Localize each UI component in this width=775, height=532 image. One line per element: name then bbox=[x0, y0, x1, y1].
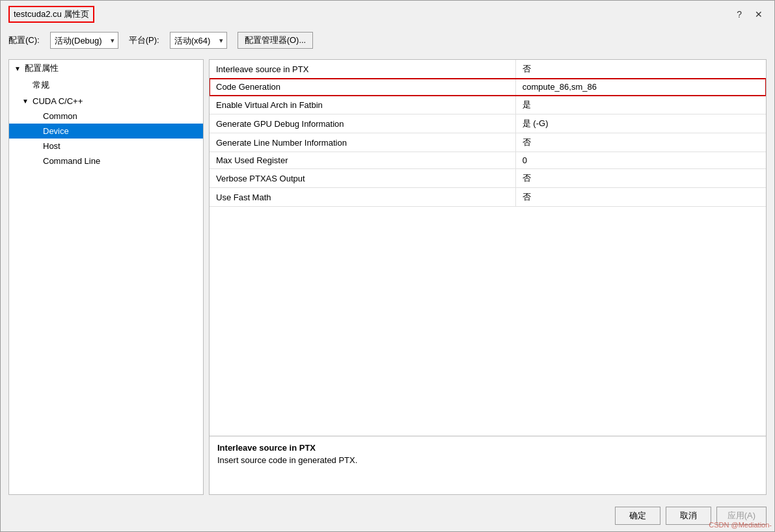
prop-value-fast-math: 否 bbox=[515, 188, 766, 207]
platform-label: 平台(P): bbox=[129, 34, 159, 46]
tree-panel: ▼配置属性常规▼CUDA C/C++CommonDeviceHostComman… bbox=[8, 59, 204, 495]
prop-name-max-register: Max Used Register bbox=[210, 152, 515, 169]
prop-name-verbose-ptxas: Verbose PTXAS Output bbox=[210, 169, 515, 188]
desc-title: Interleave source in PTX bbox=[217, 443, 758, 453]
title-bar-right: ? ✕ bbox=[733, 8, 767, 21]
props-table: Interleave source in PTX否Code Generation… bbox=[210, 60, 766, 207]
tree-item-config-props[interactable]: ▼配置属性 bbox=[9, 60, 203, 77]
title-bar-left: testcuda2.cu 属性页 bbox=[8, 6, 94, 23]
prop-name-fast-math: Use Fast Math bbox=[210, 188, 515, 207]
tree-item-host[interactable]: Host bbox=[9, 139, 203, 153]
prop-name-code-generation: Code Generation bbox=[210, 79, 515, 96]
platform-select[interactable]: 活动(x64) bbox=[170, 32, 227, 49]
prop-row-max-register[interactable]: Max Used Register0 bbox=[210, 152, 766, 169]
desc-text: Insert source code in generated PTX. bbox=[217, 455, 758, 465]
prop-name-gpu-debug: Generate GPU Debug Information bbox=[210, 114, 515, 133]
prop-value-enable-virtual-arch: 是 bbox=[515, 96, 766, 114]
bottom-bar: 确定 取消 应用(A) bbox=[1, 500, 774, 531]
prop-row-fast-math[interactable]: Use Fast Math否 bbox=[210, 188, 766, 207]
tree-item-common[interactable]: Common bbox=[9, 109, 203, 124]
config-select-wrapper[interactable]: 活动(Debug) bbox=[50, 32, 118, 49]
watermark: CSDN @Mediation- bbox=[709, 521, 772, 529]
prop-name-interleave-ptx: Interleave source in PTX bbox=[210, 60, 515, 79]
tree-item-device[interactable]: Device bbox=[9, 124, 203, 139]
tree-item-label-common-rules: 常规 bbox=[33, 79, 49, 91]
tree-expander-cuda-cpp: ▼ bbox=[22, 98, 30, 105]
prop-value-code-generation: compute_86,sm_86 bbox=[515, 79, 766, 96]
config-label: 配置(C): bbox=[8, 34, 40, 46]
prop-row-enable-virtual-arch[interactable]: Enable Virtual Arch in Fatbin是 bbox=[210, 96, 766, 114]
prop-row-line-number[interactable]: Generate Line Number Information否 bbox=[210, 133, 766, 152]
main-area: ▼配置属性常规▼CUDA C/C++CommonDeviceHostComman… bbox=[1, 54, 774, 500]
config-select[interactable]: 活动(Debug) bbox=[50, 32, 118, 49]
title-bar: testcuda2.cu 属性页 ? ✕ bbox=[1, 1, 774, 27]
tree-item-common-rules[interactable]: 常规 bbox=[9, 77, 203, 94]
prop-name-line-number: Generate Line Number Information bbox=[210, 133, 515, 152]
prop-value-gpu-debug: 是 (-G) bbox=[515, 114, 766, 133]
platform-select-wrapper[interactable]: 活动(x64) bbox=[170, 32, 227, 49]
prop-value-interleave-ptx: 否 bbox=[515, 60, 766, 79]
prop-name-enable-virtual-arch: Enable Virtual Arch in Fatbin bbox=[210, 96, 515, 114]
prop-value-line-number: 否 bbox=[515, 133, 766, 152]
tree-item-command-line[interactable]: Command Line bbox=[9, 153, 203, 168]
tree-item-label-common: Common bbox=[43, 111, 77, 121]
right-panel: Interleave source in PTX否Code Generation… bbox=[209, 59, 767, 495]
tree-item-cuda-cpp[interactable]: ▼CUDA C/C++ bbox=[9, 94, 203, 109]
tree-item-label-cuda-cpp: CUDA C/C++ bbox=[33, 96, 83, 106]
cancel-button[interactable]: 取消 bbox=[666, 507, 711, 525]
close-button[interactable]: ✕ bbox=[751, 8, 767, 21]
tree-item-label-host: Host bbox=[43, 141, 61, 151]
tree-item-label-device: Device bbox=[43, 126, 69, 136]
prop-value-max-register: 0 bbox=[515, 152, 766, 169]
dialog-title: testcuda2.cu 属性页 bbox=[8, 6, 94, 23]
ok-button[interactable]: 确定 bbox=[615, 507, 660, 525]
tree-expander-config-props: ▼ bbox=[14, 65, 22, 72]
prop-row-verbose-ptxas[interactable]: Verbose PTXAS Output否 bbox=[210, 169, 766, 188]
main-dialog: testcuda2.cu 属性页 ? ✕ 配置(C): 活动(Debug) 平台… bbox=[0, 0, 775, 532]
prop-value-verbose-ptxas: 否 bbox=[515, 169, 766, 188]
help-button[interactable]: ? bbox=[733, 8, 746, 21]
tree-item-label-config-props: 配置属性 bbox=[25, 62, 59, 74]
prop-row-interleave-ptx[interactable]: Interleave source in PTX否 bbox=[210, 60, 766, 79]
prop-row-code-generation[interactable]: Code Generationcompute_86,sm_86 bbox=[210, 79, 766, 96]
prop-row-gpu-debug[interactable]: Generate GPU Debug Information是 (-G) bbox=[210, 114, 766, 133]
tree-item-label-command-line: Command Line bbox=[43, 156, 100, 166]
props-table-container: Interleave source in PTX否Code Generation… bbox=[209, 59, 767, 436]
description-panel: Interleave source in PTX Insert source c… bbox=[209, 436, 767, 495]
config-row: 配置(C): 活动(Debug) 平台(P): 活动(x64) 配置管理器(O)… bbox=[1, 27, 774, 54]
config-manager-button[interactable]: 配置管理器(O)... bbox=[238, 32, 314, 49]
